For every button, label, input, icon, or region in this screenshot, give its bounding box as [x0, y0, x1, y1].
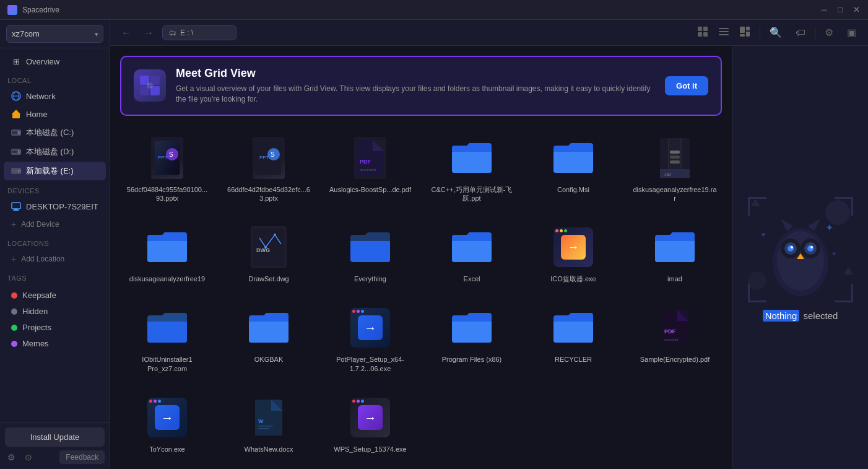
tag-button[interactable]: 🏷: [791, 24, 810, 42]
svg-marker-74: [844, 267, 853, 274]
sidebar-item-home[interactable]: Home: [4, 105, 106, 123]
file-item[interactable]: diskusageanalyzerfree19: [120, 217, 214, 291]
maximize-button[interactable]: □: [836, 6, 844, 14]
file-item[interactable]: → ICO提取器.exe: [526, 217, 620, 291]
file-item[interactable]: OKGBAK: [222, 298, 316, 380]
forward-button[interactable]: →: [140, 25, 157, 41]
nothing-highlight: Nothing: [763, 310, 800, 322]
close-button[interactable]: ✕: [852, 6, 861, 14]
file-icon-rar: .rar: [653, 136, 697, 180]
svg-text:.rar: .rar: [664, 172, 671, 177]
sidebar-item-desktop[interactable]: DESKTOP-7S29EIT: [4, 198, 106, 215]
tag-item-keepsafe[interactable]: Keepsafe: [4, 287, 106, 303]
file-icon-potplayer-exe: →: [348, 305, 393, 350]
file-icon-folder-okgbak: [246, 305, 291, 350]
add-device-button[interactable]: + Add Device: [4, 216, 106, 233]
banner-text: Meet Grid View Get a visual overview of …: [176, 67, 655, 105]
svg-point-83: [791, 246, 793, 248]
tag-item-hidden[interactable]: Hidden: [4, 304, 106, 319]
svg-rect-25: [746, 27, 750, 30]
disk-e-icon: [11, 166, 21, 176]
back-button[interactable]: ←: [118, 25, 135, 41]
account-selector-wrapper[interactable]: xz7com: [6, 25, 103, 43]
add-location-button[interactable]: + Add Location: [4, 250, 106, 268]
svg-rect-54: [670, 156, 680, 159]
file-item[interactable]: Everything: [323, 217, 417, 291]
path-bar[interactable]: 🗂 E : \: [162, 25, 237, 40]
file-item[interactable]: W WhatsNew.docx: [222, 388, 316, 461]
file-icon-folder-everything: [348, 225, 393, 270]
got-it-button[interactable]: Got it: [665, 76, 708, 95]
home-label: Home: [26, 110, 48, 119]
svg-rect-20: [703, 32, 708, 37]
file-item[interactable]: RECYCLER: [526, 298, 620, 380]
search-button[interactable]: 🔍: [765, 24, 786, 42]
info-icon[interactable]: ⊙: [22, 451, 35, 463]
grid-view-button[interactable]: [693, 23, 713, 43]
tag-item-memes[interactable]: Memes: [4, 336, 106, 351]
file-item[interactable]: PPT S 56dcf04884c955fa90100...93.pptx: [120, 128, 214, 211]
file-item[interactable]: Program Files (x86): [425, 298, 519, 380]
file-icon-folder-recycler: [551, 305, 596, 350]
svg-rect-26: [746, 32, 750, 37]
svg-rect-70: [258, 428, 269, 429]
sidebar-item-network[interactable]: Network: [4, 87, 106, 105]
toolbar-divider-2: [815, 27, 815, 39]
add-device-icon: +: [11, 219, 16, 229]
filter-button[interactable]: ⚙: [820, 24, 838, 42]
tags-list: Keepsafe Hidden Projects Memes: [0, 284, 110, 354]
svg-text:✦: ✦: [760, 230, 766, 239]
sidebar-toggle-button[interactable]: ▣: [843, 24, 861, 42]
file-name: WhatsNew.docx: [245, 445, 293, 454]
account-section: xz7com: [0, 20, 110, 48]
file-icon-pdf: PDF document: [348, 136, 393, 180]
file-name: DrawSet.dwg: [248, 274, 289, 283]
file-item[interactable]: PPT S 66ddfe4d2fdbe45d32efc...63.pptx: [222, 128, 316, 211]
local-section-label: Local: [0, 71, 110, 87]
banner-description: Get a visual overview of your files with…: [176, 84, 655, 105]
add-location-label: Add Location: [21, 255, 64, 263]
network-icon: [11, 91, 21, 101]
file-item[interactable]: imad: [628, 217, 722, 291]
file-item[interactable]: → WPS_Setup_15374.exe: [323, 388, 417, 461]
account-selector[interactable]: xz7com: [6, 25, 103, 43]
file-item[interactable]: IObitUninstaller1 Pro_xz7.com: [120, 298, 214, 380]
svg-rect-10: [12, 151, 17, 153]
file-item[interactable]: C&C++,巧用单元测试新-飞跃.ppt: [425, 128, 519, 211]
toolbar: ← → 🗂 E : \: [110, 20, 868, 46]
settings-icon[interactable]: ⚙: [5, 451, 17, 463]
add-location-icon: +: [11, 254, 16, 264]
sidebar-item-disk-e[interactable]: 新加载卷 (E:): [4, 162, 106, 180]
banner-icon: [134, 69, 166, 102]
feedback-button[interactable]: Feedback: [59, 450, 105, 464]
file-icon-folder-excel: [449, 225, 494, 270]
svg-text:S: S: [169, 151, 173, 158]
tag-item-projects[interactable]: Projects: [4, 320, 106, 335]
file-name: Config.Msi: [557, 185, 589, 194]
svg-text:✦: ✦: [825, 222, 833, 233]
file-item[interactable]: Config.Msi: [526, 128, 620, 211]
svg-point-71: [825, 200, 850, 225]
file-item[interactable]: .rar diskusageanalyzerfree19.rar: [628, 128, 722, 211]
minimize-button[interactable]: ─: [820, 6, 828, 14]
overview-label: Overview: [26, 57, 59, 66]
sidebar-item-overview[interactable]: ⊞ Overview: [4, 53, 106, 70]
file-item[interactable]: → ToYcon.exe: [120, 388, 214, 461]
file-item[interactable]: DWG DrawSet.dwg: [222, 217, 316, 291]
svg-rect-3: [12, 113, 20, 118]
file-item[interactable]: → PotPlayer_Setup_x64-1.7.2...06.exe: [323, 298, 417, 380]
svg-text:S: S: [271, 151, 275, 158]
list-view-button[interactable]: [714, 23, 734, 43]
install-update-button[interactable]: Install Update: [5, 427, 105, 447]
desktop-icon: [11, 201, 21, 211]
media-view-button[interactable]: [735, 23, 755, 43]
sidebar-item-disk-d[interactable]: 本地磁盘 (D:): [4, 142, 106, 161]
sidebar-item-disk-c[interactable]: 本地磁盘 (C:): [4, 123, 106, 142]
file-item[interactable]: PDF document Auslogics-BoostSp...de.pdf: [323, 128, 417, 211]
file-item[interactable]: PDF encrypted Sample(Encrypted).pdf: [628, 298, 722, 380]
disk-d-label: 本地磁盘 (D:): [26, 146, 74, 157]
file-item[interactable]: Excel: [425, 217, 519, 291]
nothing-selected-label: Nothing selected: [763, 310, 838, 321]
app-body: xz7com ⊞ Overview Local Net: [0, 20, 868, 469]
svg-rect-16: [13, 210, 19, 211]
